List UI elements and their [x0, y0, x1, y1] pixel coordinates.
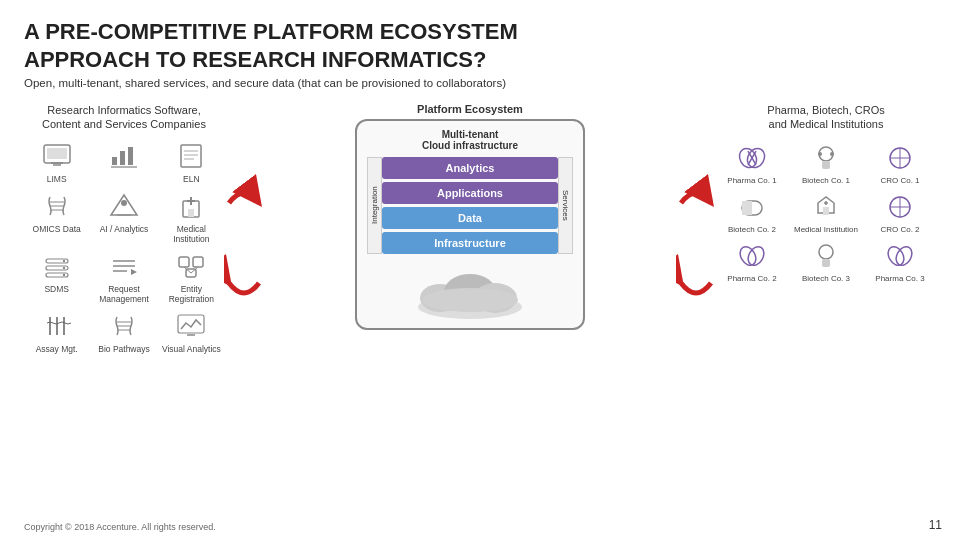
stack-layers: Analytics Applications Data Infrastructu…	[382, 157, 558, 254]
list-item: Entity Registration	[159, 250, 224, 304]
stack-area: Integration Analytics Applications Data …	[367, 157, 573, 254]
list-item: SDMS	[24, 250, 89, 304]
cro-co2-icon	[882, 191, 918, 223]
svg-rect-33	[193, 257, 203, 267]
svg-rect-32	[179, 257, 189, 267]
bio-pathways-icon	[106, 310, 142, 342]
analytics-icon	[106, 140, 142, 172]
svg-rect-72	[822, 259, 830, 267]
list-item: Biotech Co. 1	[790, 142, 862, 185]
ai-analytics-icon	[106, 190, 142, 222]
visual-analytics-label: Visual Analytics	[162, 344, 221, 354]
page-title: A PRE-COMPETITIVE PLATFORM ECOSYSTEM APP…	[24, 18, 936, 73]
cro-co1-label: CRO Co. 1	[880, 176, 919, 185]
request-label: Request Management	[99, 284, 149, 304]
services-label: Services	[558, 157, 573, 254]
list-item: Request Management	[91, 250, 156, 304]
layer-data: Data	[382, 207, 558, 229]
right-col-label: Pharma, Biotech, CROs and Medical Instit…	[716, 103, 936, 132]
biotech-co2-label: Biotech Co. 2	[728, 225, 776, 234]
layer-analytics: Analytics	[382, 157, 558, 179]
svg-line-35	[184, 267, 191, 273]
list-item: Pharma Co. 3	[864, 240, 936, 283]
left-column: Research Informatics Software, Content a…	[24, 103, 224, 354]
svg-rect-5	[120, 151, 125, 165]
lims-icon	[39, 140, 75, 172]
ai-label: AI / Analytics	[100, 224, 149, 234]
biotech-co3-icon	[808, 240, 844, 272]
list-item: AI / Analytics	[91, 190, 156, 244]
right-column: Pharma, Biotech, CROs and Medical Instit…	[716, 103, 936, 283]
subtitle: Open, multi-tenant, shared services, and…	[24, 77, 936, 89]
request-mgmt-icon	[106, 250, 142, 282]
list-item: Biotech Co. 2	[716, 191, 788, 234]
integration-label: Integration	[367, 157, 382, 254]
omics-label: OMICS Data	[33, 224, 81, 234]
visual-analytics-icon	[173, 310, 209, 342]
biotech-co3-label: Biotech Co. 3	[802, 274, 850, 283]
svg-point-56	[818, 152, 822, 156]
list-item: Pharma Co. 2	[716, 240, 788, 283]
cloud-title: Multi-tenant Cloud infrastructure	[422, 129, 518, 151]
left-icons-grid: LIMS	[24, 140, 224, 354]
list-item: Bio Pathways	[91, 310, 156, 354]
sdms-icon	[39, 250, 75, 282]
list-item: Visual Analytics	[159, 310, 224, 354]
cloud-illustration	[410, 262, 530, 322]
list-item: OMICS Data	[24, 190, 89, 244]
list-item: Assay Mgt.	[24, 310, 89, 354]
list-item: Medical Institution	[790, 191, 862, 234]
layer-applications: Applications	[382, 182, 558, 204]
list-item: ELN	[159, 140, 224, 184]
center-column: Platform Ecosystem Multi-tenant Cloud in…	[264, 103, 676, 330]
pharma-co3-label: Pharma Co. 3	[875, 274, 924, 283]
medical-r-label: Medical Institution	[794, 225, 858, 234]
assay-label: Assay Mgt.	[36, 344, 78, 354]
list-item: Biotech Co. 3	[790, 240, 862, 283]
pharma-co3-icon	[882, 240, 918, 272]
svg-point-71	[819, 245, 833, 259]
list-item: Pharma Co. 1	[716, 142, 788, 185]
left-col-label: Research Informatics Software, Content a…	[24, 103, 224, 132]
list-item	[91, 140, 156, 184]
cloud-box: Multi-tenant Cloud infrastructure Integr…	[355, 119, 585, 330]
svg-point-27	[62, 273, 64, 275]
medical-institution-r-icon	[808, 191, 844, 223]
svg-rect-21	[188, 209, 194, 217]
lims-label: LIMS	[47, 174, 67, 184]
sdms-label: SDMS	[44, 284, 69, 294]
eln-icon	[173, 140, 209, 172]
medical-label: Medical Institution	[159, 224, 224, 244]
svg-rect-4	[112, 157, 117, 165]
biotech-co1-label: Biotech Co. 1	[802, 176, 850, 185]
svg-point-16	[121, 200, 127, 206]
svg-rect-62	[742, 201, 752, 215]
cro-co2-label: CRO Co. 2	[880, 225, 919, 234]
omics-icon	[39, 190, 75, 222]
svg-point-49	[422, 288, 518, 312]
svg-rect-55	[822, 161, 830, 169]
pharma-co2-label: Pharma Co. 2	[727, 274, 776, 283]
layer-infrastructure: Infrastructure	[382, 232, 558, 254]
bio-pathways-label: Bio Pathways	[98, 344, 150, 354]
svg-point-57	[830, 152, 834, 156]
biotech-co2-icon	[734, 191, 770, 223]
pharma-co1-label: Pharma Co. 1	[727, 176, 776, 185]
list-item: Medical Institution	[159, 190, 224, 244]
svg-marker-31	[131, 269, 137, 275]
svg-point-26	[62, 266, 64, 268]
entity-label: Entity Registration	[169, 284, 214, 304]
svg-rect-63	[823, 207, 829, 215]
svg-point-25	[62, 259, 64, 261]
copyright: Copyright © 2018 Accenture. All rights r…	[24, 522, 216, 532]
biotech-co1-icon	[808, 142, 844, 174]
cro-co1-icon	[882, 142, 918, 174]
svg-rect-8	[181, 145, 201, 167]
arrow-center-right	[676, 143, 716, 343]
assay-mgt-icon	[39, 310, 75, 342]
pharma-co1-icon	[734, 142, 770, 174]
right-icons-grid: Pharma Co. 1 Biotech Co. 1	[716, 142, 936, 283]
list-item: CRO Co. 2	[864, 191, 936, 234]
svg-rect-6	[128, 147, 133, 165]
eln-label: ELN	[183, 174, 200, 184]
